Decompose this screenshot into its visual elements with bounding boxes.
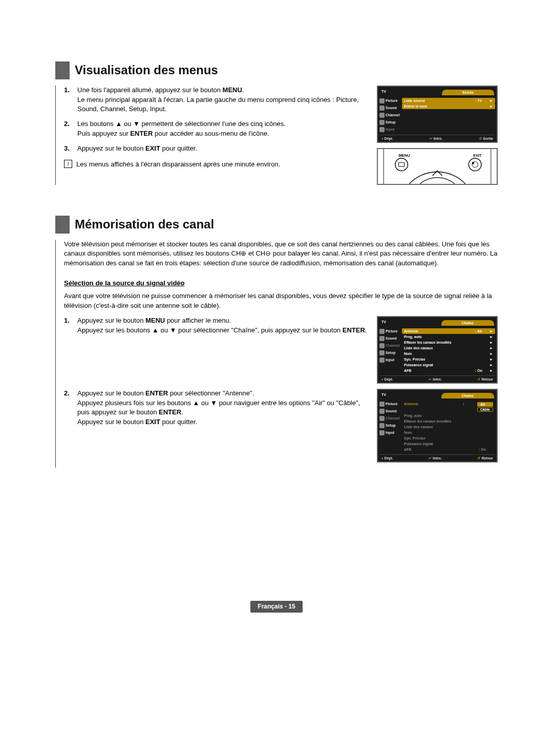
remote-exit-label: EXIT (473, 153, 482, 158)
osd-row: Nom► (402, 351, 495, 356)
s1-line2-c: . (365, 326, 367, 334)
osd-row-value: : On (475, 369, 490, 372)
step-2: 2. Appuyez sur le bouton ENTER pour séle… (64, 389, 371, 427)
channel-icon (379, 113, 385, 118)
osd-row-label: Entrer le nom (404, 104, 475, 108)
step-number: 2. (64, 119, 73, 139)
exit-bold: EXIT (145, 418, 160, 426)
arrow-right-icon: ► (490, 352, 493, 355)
svg-point-2 (395, 158, 408, 171)
osd-tv-label: TV (381, 393, 386, 398)
footer-move: Dépl. (385, 377, 393, 381)
osd-tv-label: TV (381, 90, 386, 95)
input-icon (379, 358, 385, 363)
osd-row: Prog. auto► (402, 334, 495, 340)
osd-row: Liste des canaux► (402, 345, 495, 351)
osd-icon-label: Setup (386, 424, 395, 427)
page-number: Français - 15 (250, 601, 302, 613)
enter-bold: ENTER (343, 326, 365, 334)
channel-icon (379, 343, 385, 348)
osd-row-label: Liste source (404, 99, 475, 102)
option-cable: Câble (477, 407, 493, 412)
enter-icon: ↵ (429, 377, 432, 381)
step2-text-bc: pour accéder au sous-menu de l'icône. (153, 130, 269, 137)
intro-paragraph: Votre télévision peut mémoriser et stock… (64, 240, 498, 269)
option-air: Air (477, 402, 493, 407)
s1-text-a: Appuyez sur le bouton (77, 317, 145, 324)
osd-icon-label: Channel (386, 344, 400, 347)
return-icon: ↺ (477, 377, 480, 381)
osd-row: AFB: On (402, 447, 495, 452)
s2-line3-a: Appuyez sur le bouton (77, 418, 145, 426)
step-1: 1. Appuyez sur le bouton MENU pour affic… (64, 316, 371, 335)
picture-icon (379, 402, 385, 407)
osd-row-label: Prog. auto (404, 414, 493, 417)
osd-row: Antenne: Air► (402, 328, 495, 334)
osd-row-label: Liste des canaux (404, 346, 490, 350)
remote-diagram: MENU EXIT (377, 148, 498, 185)
enter-bold: ENTER (130, 130, 153, 137)
osd-icon-label: Picture (386, 329, 398, 333)
osd-tv-label: TV (381, 320, 386, 326)
step-number: 1. (64, 316, 73, 335)
svg-rect-3 (398, 162, 404, 166)
enter-icon: ↵ (429, 456, 432, 460)
osd-icon-label: Input (386, 128, 394, 131)
step3-text-a: Appuyez sur le bouton (77, 144, 145, 152)
osd-row-value (475, 104, 490, 108)
osd-icon-label: Input (386, 358, 394, 362)
footer-move: Dépl. (385, 137, 393, 140)
arrow-right-icon: ► (490, 346, 493, 350)
s1-line2-a: Appuyez sur les boutons ▲ ou ▼ pour séle… (77, 326, 343, 334)
remote-menu-label: MENU (398, 153, 410, 158)
subheading: Sélection de la source du signal vidéo (64, 279, 498, 288)
updown-icon: ♦ (381, 456, 384, 460)
osd-row-label: Antenne (404, 402, 463, 412)
osd-icon-label: Setup (386, 351, 395, 354)
osd-icon-label: Input (386, 431, 394, 434)
enter-bold: ENTER (159, 408, 181, 416)
step1-text-c: . (242, 86, 244, 94)
s2-text-a: Appuyez sur le bouton (77, 389, 145, 397)
step-3: 3. Appuyez sur le bouton EXIT pour quitt… (64, 144, 371, 154)
updown-icon: ♦ (381, 137, 384, 140)
osd-row-label: Effacer les canaux brouillés (404, 419, 493, 423)
s2-text-c: pour sélectionner "Antenne". (168, 389, 254, 397)
osd-icon-label: Picture (386, 402, 398, 406)
arrow-right-icon: ► (490, 329, 493, 333)
step3-text-c: pour quitter. (160, 144, 197, 152)
return-icon: ↺ (479, 137, 482, 140)
footer-enter: Intro. (434, 137, 443, 140)
picture-icon (379, 98, 385, 103)
osd-icon-label: Channel (386, 416, 400, 420)
osd-row: Prog. auto (402, 413, 495, 418)
osd-row: Effacer les canaux brouillés (402, 418, 495, 424)
s2-line2-c: . (181, 408, 183, 416)
updown-icon: ♦ (381, 377, 384, 381)
heading-visualisation: Visualisation des menus (55, 61, 498, 79)
svg-point-6 (472, 161, 478, 167)
step-number: 3. (64, 144, 73, 154)
osd-row-label: Nom (404, 431, 493, 434)
osd-row-label: Nom (404, 352, 490, 355)
input-icon (379, 430, 385, 435)
note-text: Les menus affichés à l'écran disparaisse… (76, 160, 280, 170)
sound-icon (379, 336, 385, 341)
footer-enter: Intro. (433, 377, 442, 381)
heading-memorisation: Mémorisation des canal (55, 216, 498, 234)
menu-bold: MENU (223, 86, 242, 94)
osd-row: Puissance signal (402, 441, 495, 447)
footer-exit: Sortie (483, 137, 493, 140)
osd-row-value: : Air (475, 329, 490, 333)
setup-icon (379, 120, 385, 125)
osd-chaine-1: TV Chaîne Picture Sound Channel Setup In… (377, 316, 498, 384)
osd-row-label: Syn. Précise (404, 436, 493, 440)
osd-row-label: AFB (404, 448, 479, 451)
arrow-right-icon: ► (490, 335, 493, 339)
osd-row: Effacer les canaux brouillés► (402, 340, 495, 345)
osd-title: Chaîne (441, 320, 494, 326)
s2-line2-a: Appuyez plusieurs fois sur les boutons ▲… (77, 399, 360, 416)
subintro: Avant que votre télévision ne puisse com… (64, 291, 498, 311)
input-icon (379, 127, 385, 132)
osd-row: Liste des canaux (402, 424, 495, 430)
